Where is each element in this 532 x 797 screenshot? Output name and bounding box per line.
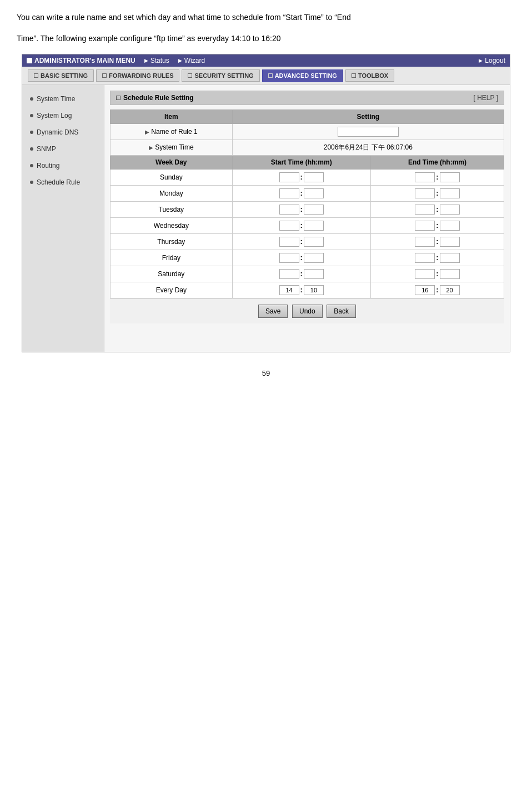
sidebar-item-routing[interactable]: Routing xyxy=(22,157,104,174)
day-name-thursday: Thursday xyxy=(111,233,233,250)
saturday-start-hour[interactable] xyxy=(279,269,299,279)
friday-end-hour[interactable] xyxy=(415,253,435,263)
intro-line1: You can write a rule name and set which … xyxy=(17,11,515,23)
table-row: Wednesday : : xyxy=(111,217,504,233)
sidebar-item-system-time[interactable]: System Time xyxy=(22,91,104,107)
thursday-end-hour[interactable] xyxy=(415,237,435,247)
page-number: 59 xyxy=(262,369,270,377)
time-sep: : xyxy=(300,253,303,262)
time-sep: : xyxy=(300,221,303,230)
start-time-group: : xyxy=(279,221,324,231)
everyday-end-hour[interactable] xyxy=(415,285,435,295)
everyday-start-min[interactable] xyxy=(304,285,324,295)
sunday-end-min[interactable] xyxy=(440,172,460,182)
tab-forwarding-rules[interactable]: FORWARDING RULES xyxy=(96,69,180,82)
start-time-friday: : xyxy=(232,250,370,266)
day-name-wednesday: Wednesday xyxy=(111,217,233,233)
weekday-header: Week Day xyxy=(111,155,233,169)
start-time-thursday: : xyxy=(232,233,370,250)
dot-icon xyxy=(30,114,33,117)
end-time-group: : xyxy=(415,269,459,279)
sidebar-item-system-log[interactable]: System Log xyxy=(22,107,104,124)
wizard-link[interactable]: Wizard xyxy=(178,57,205,64)
status-link[interactable]: Status xyxy=(144,57,169,64)
end-time-thursday: : xyxy=(370,233,504,250)
title-icon xyxy=(116,96,121,100)
monday-start-hour[interactable] xyxy=(279,188,299,198)
thursday-start-hour[interactable] xyxy=(279,237,299,247)
tab-basic-setting[interactable]: BASIC SETTING xyxy=(28,69,94,82)
everyday-start-hour[interactable] xyxy=(279,285,299,295)
end-time-tuesday: : xyxy=(370,201,504,217)
table-row: Monday : : xyxy=(111,185,504,201)
tab-icon xyxy=(34,73,38,78)
end-time-saturday: : xyxy=(370,266,504,282)
main-area: System Time System Log Dynamic DNS SNMP … xyxy=(22,85,510,352)
friday-start-hour[interactable] xyxy=(279,253,299,263)
tab-icon xyxy=(188,73,192,78)
dot-icon xyxy=(30,181,33,184)
sidebar-item-dynamic-dns[interactable]: Dynamic DNS xyxy=(22,124,104,141)
time-sep: : xyxy=(436,189,438,197)
thursday-start-min[interactable] xyxy=(304,237,324,247)
tab-advanced-setting[interactable]: ADVANCED SETTING xyxy=(262,69,343,82)
time-sep: : xyxy=(300,189,303,197)
end-time-group: : xyxy=(415,221,459,231)
end-time-group: : xyxy=(415,285,459,295)
tuesday-end-hour[interactable] xyxy=(415,205,435,215)
brand-label: ADMINISTRATOR's MAIN MENU xyxy=(27,57,135,64)
save-button[interactable]: Save xyxy=(258,305,288,318)
sunday-end-hour[interactable] xyxy=(415,172,435,182)
top-nav: ADMINISTRATOR's MAIN MENU Status Wizard … xyxy=(22,54,510,67)
logout-link[interactable]: Logout xyxy=(479,57,505,64)
tab-toolbox[interactable]: TOOLBOX xyxy=(345,69,394,82)
table-row-systemtime: ▶ System Time 2006年6月24日 下午 06:07:06 xyxy=(111,140,504,155)
tuesday-start-min[interactable] xyxy=(304,205,324,215)
sidebar-item-snmp[interactable]: SNMP xyxy=(22,141,104,157)
sunday-start-hour[interactable] xyxy=(279,172,299,182)
time-sep: : xyxy=(300,270,303,278)
time-sep: : xyxy=(436,270,438,278)
time-sep: : xyxy=(436,173,438,181)
name-input[interactable] xyxy=(338,127,399,137)
start-time-group: : xyxy=(279,237,324,247)
col-setting-header: Setting xyxy=(232,109,504,123)
monday-end-hour[interactable] xyxy=(415,188,435,198)
table-row: Sunday : : xyxy=(111,169,504,185)
time-sep: : xyxy=(436,286,438,294)
time-sep: : xyxy=(300,286,303,294)
everyday-end-min[interactable] xyxy=(440,285,460,295)
time-sep: : xyxy=(436,221,438,230)
tab-icon xyxy=(268,73,273,78)
saturday-start-min[interactable] xyxy=(304,269,324,279)
tuesday-start-hour[interactable] xyxy=(279,205,299,215)
monday-end-min[interactable] xyxy=(440,188,460,198)
panel-header: Schedule Rule Setting [ HELP ] xyxy=(110,91,504,105)
saturday-end-min[interactable] xyxy=(440,269,460,279)
start-time-group: : xyxy=(279,253,324,263)
friday-end-min[interactable] xyxy=(440,253,460,263)
monday-start-min[interactable] xyxy=(304,188,324,198)
back-button[interactable]: Back xyxy=(327,305,356,318)
name-input-cell xyxy=(232,123,504,140)
wednesday-end-min[interactable] xyxy=(440,221,460,231)
friday-start-min[interactable] xyxy=(304,253,324,263)
wednesday-start-hour[interactable] xyxy=(279,221,299,231)
panel-help[interactable]: [ HELP ] xyxy=(474,94,498,102)
saturday-end-hour[interactable] xyxy=(415,269,435,279)
brand-icon xyxy=(27,58,32,63)
tab-security-setting[interactable]: SECURITY SETTING xyxy=(182,69,259,82)
wednesday-start-min[interactable] xyxy=(304,221,324,231)
end-time-group: : xyxy=(415,188,459,198)
thursday-end-min[interactable] xyxy=(440,237,460,247)
sidebar-item-schedule-rule[interactable]: Schedule Rule xyxy=(22,174,104,191)
sunday-start-min[interactable] xyxy=(304,172,324,182)
time-sep: : xyxy=(300,173,303,181)
undo-button[interactable]: Undo xyxy=(292,305,323,318)
systemtime-value-cell: 2006年6月24日 下午 06:07:06 xyxy=(232,140,504,155)
table-row-everyday: Every Day : : xyxy=(111,282,504,298)
tuesday-end-min[interactable] xyxy=(440,205,460,215)
end-time-group: : xyxy=(415,237,459,247)
end-time-group: : xyxy=(415,172,459,182)
wednesday-end-hour[interactable] xyxy=(415,221,435,231)
